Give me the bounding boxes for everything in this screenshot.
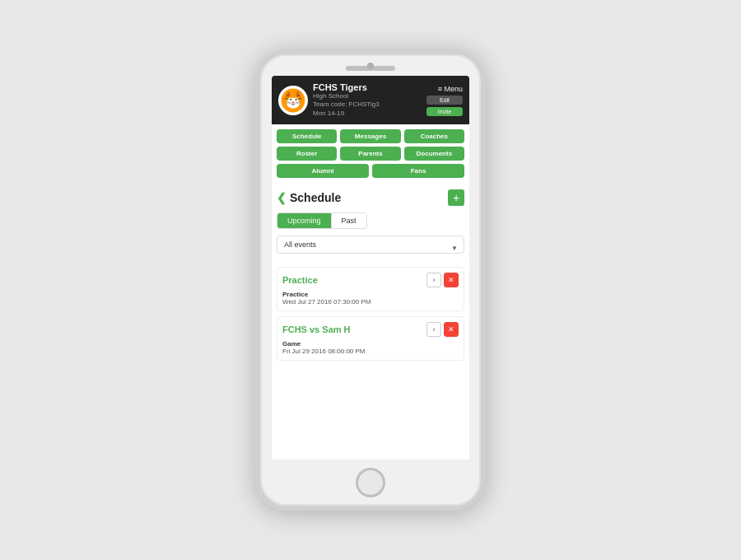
team-name: FCHS Tigers [313, 82, 426, 92]
header-right: ≡ Menu Edit Invite [426, 85, 463, 116]
nav-fans[interactable]: Fans [372, 164, 464, 178]
event-actions-1: › ✕ [426, 273, 459, 287]
svg-point-6 [291, 101, 294, 103]
event-date-1: Wed Jul 27 2016 07:30:00 PM [282, 298, 459, 306]
edit-invite-group: Edit Invite [426, 96, 463, 116]
event-card-header-1: Practice › ✕ [282, 273, 459, 287]
schedule-section: ❮ Schedule + Upcoming Past All events Ga… [272, 184, 469, 460]
nav-row-1: Schedule Messages Coaches [277, 129, 464, 143]
svg-point-4 [290, 98, 291, 100]
nav-documents[interactable]: Documents [404, 147, 464, 161]
home-button[interactable] [356, 468, 385, 497]
nav-coaches[interactable]: Coaches [404, 129, 464, 143]
event-card-header-2: FCHS vs Sam H › ✕ [282, 322, 459, 337]
event-card-game: FCHS vs Sam H › ✕ Game Fri Jul 29 2016 0… [277, 316, 464, 361]
phone-camera [367, 63, 374, 69]
team-logo [278, 86, 308, 115]
event-view-button-2[interactable]: › [426, 322, 441, 337]
team-sub2: Team code: FCHSTig3 [313, 100, 426, 109]
add-event-button[interactable]: + [448, 189, 464, 206]
nav-alumni[interactable]: Alumni [277, 164, 369, 178]
menu-button[interactable]: ≡ Menu [438, 85, 463, 93]
event-date-2: Fri Jul 29 2016 08:00:00 PM [282, 348, 459, 355]
back-chevron-icon[interactable]: ❮ [277, 191, 287, 204]
nav-messages[interactable]: Messages [340, 129, 400, 143]
team-sub3: Mon 14-19 [313, 110, 426, 118]
schedule-header: ❮ Schedule + [277, 189, 464, 206]
nav-roster[interactable]: Roster [277, 147, 337, 161]
event-filter-dropdown[interactable]: All events Games Practices Other [277, 236, 464, 254]
schedule-title-wrap: ❮ Schedule [277, 191, 341, 204]
team-sub1: High School [313, 92, 426, 100]
edit-button[interactable]: Edit [426, 96, 463, 105]
nav-schedule[interactable]: Schedule [277, 129, 337, 143]
event-view-button-1[interactable]: › [426, 273, 441, 287]
schedule-title: Schedule [290, 191, 341, 204]
event-name-1: Practice [282, 275, 318, 285]
event-delete-button-2[interactable]: ✕ [444, 322, 459, 337]
nav-grid: Schedule Messages Coaches Roster Parents… [272, 124, 469, 184]
event-type-1: Practice [282, 291, 459, 298]
event-name-2: FCHS vs Sam H [282, 324, 351, 334]
team-info: FCHS Tigers High School Team code: FCHST… [308, 82, 426, 118]
event-delete-button-1[interactable]: ✕ [444, 273, 459, 287]
nav-parents[interactable]: Parents [340, 147, 400, 161]
tab-upcoming[interactable]: Upcoming [277, 213, 331, 228]
phone-frame: FCHS Tigers High School Team code: FCHST… [255, 49, 486, 511]
event-type-2: Game [282, 340, 459, 348]
app-header: FCHS Tigers High School Team code: FCHST… [272, 76, 469, 124]
filter-wrap: All events Games Practices Other ▼ [277, 236, 464, 260]
nav-row-3: Alumni Fans [277, 164, 464, 178]
event-card-practice: Practice › ✕ Practice Wed Jul 27 2016 07… [277, 267, 464, 311]
event-actions-2: › ✕ [426, 322, 459, 337]
svg-point-5 [296, 98, 297, 100]
nav-row-2: Roster Parents Documents [277, 147, 464, 161]
phone-screen: FCHS Tigers High School Team code: FCHST… [272, 76, 469, 460]
schedule-tabs: Upcoming Past [277, 212, 367, 229]
tab-past[interactable]: Past [332, 213, 366, 228]
invite-button[interactable]: Invite [426, 107, 463, 116]
